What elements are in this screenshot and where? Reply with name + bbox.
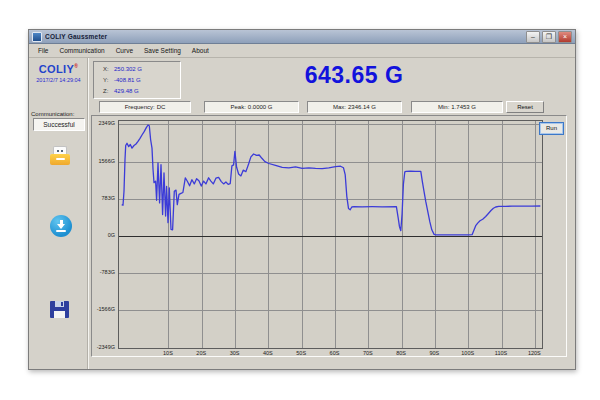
y-tick-label: -783G: [92, 269, 115, 276]
usb-connect-button[interactable]: [47, 143, 73, 167]
datetime-label: 2017/2/7 14:29:04: [30, 77, 87, 83]
menu-save-setting[interactable]: Save Setting: [144, 47, 181, 54]
frequency-label: Frequency:: [125, 102, 155, 112]
x-reading: X: 250.302 G: [103, 64, 180, 75]
save-icon: [50, 301, 69, 318]
menu-communication[interactable]: Communication: [59, 47, 104, 54]
y-value: -408.81 G: [114, 75, 141, 86]
x-tick-label: 110S: [490, 350, 512, 357]
y-tick-label: -1566G: [92, 306, 115, 313]
save-data-button[interactable]: [48, 299, 70, 319]
menu-about[interactable]: About: [192, 47, 209, 54]
sidebar-divider: [87, 58, 89, 369]
peak-field: Peak: 0.0000 G: [204, 101, 299, 113]
y-tick-label: 0G: [92, 232, 115, 239]
menubar: File Communication Curve Save Setting Ab…: [29, 44, 575, 58]
close-button[interactable]: ×: [558, 31, 572, 43]
registered-mark: ®: [74, 63, 78, 69]
titlebar[interactable]: COLIY Gaussmeter – ❐ ×: [29, 30, 575, 44]
x-label: X:: [103, 64, 109, 75]
z-label: Z:: [103, 86, 109, 97]
field-line-chart: [119, 121, 542, 348]
x-tick-label: 120S: [523, 350, 545, 357]
y-tick-label: 783G: [92, 195, 115, 202]
y-tick-label: 1566G: [92, 158, 115, 165]
peak-label: Peak:: [230, 102, 245, 112]
communication-label: Communication:: [31, 111, 74, 117]
x-tick-label: 30S: [224, 350, 246, 357]
z-value: 429.48 G: [114, 86, 139, 97]
reset-button[interactable]: Reset: [506, 101, 544, 113]
communication-status-badge: Successful: [33, 118, 85, 131]
x-tick-label: 50S: [290, 350, 312, 357]
minimize-button[interactable]: –: [526, 31, 540, 43]
min-label: Min:: [438, 102, 449, 112]
max-field: Max: 2346.14 G: [307, 101, 402, 113]
max-label: Max:: [333, 102, 346, 112]
window-title: COLIY Gaussmeter: [45, 33, 523, 40]
download-data-button[interactable]: [49, 214, 73, 238]
x-tick-label: 10S: [157, 350, 179, 357]
y-label: Y:: [103, 75, 109, 86]
menu-curve[interactable]: Curve: [116, 47, 133, 54]
peak-value: 0.0000 G: [248, 102, 273, 112]
max-value: 2346.14 G: [348, 102, 376, 112]
frequency-value: DC: [157, 102, 166, 112]
x-tick-label: 60S: [323, 350, 345, 357]
chart-panel: 2349G1566G783G0G-783G-1566G-2349G10S20S3…: [91, 115, 567, 357]
x-tick-label: 70S: [357, 350, 379, 357]
download-icon: [50, 215, 72, 237]
window-controls: – ❐ ×: [526, 31, 572, 43]
app-window: COLIY Gaussmeter – ❐ × File Communicatio…: [28, 29, 576, 370]
usb-icon: [50, 146, 70, 165]
axis-readings-box: X: 250.302 G Y: -408.81 G Z: 429.48 G: [93, 61, 181, 99]
x-value: 250.302 G: [114, 64, 142, 75]
maximize-button[interactable]: ❐: [542, 31, 556, 43]
min-value: 1.7453 G: [451, 102, 476, 112]
x-tick-label: 40S: [257, 350, 279, 357]
brand-block: COLIY® 2017/2/7 14:29:04: [30, 63, 87, 83]
x-tick-label: 80S: [390, 350, 412, 357]
frequency-field: Frequency: DC: [99, 101, 191, 113]
field-curve: [122, 125, 541, 235]
z-reading: Z: 429.48 G: [103, 86, 180, 97]
chart-plot-area: [118, 120, 543, 349]
main-reading: 643.65 G: [234, 62, 474, 89]
app-icon: [32, 32, 42, 42]
x-tick-label: 90S: [423, 350, 445, 357]
x-tick-label: 20S: [190, 350, 212, 357]
menu-file[interactable]: File: [38, 47, 48, 54]
main-content: COLIY® 2017/2/7 14:29:04 Communication: …: [29, 58, 575, 369]
run-button[interactable]: Run: [539, 122, 564, 135]
y-tick-label: 2349G: [92, 120, 115, 127]
x-tick-label: 100S: [457, 350, 479, 357]
coliy-logo: COLIY®: [30, 63, 87, 75]
min-field: Min: 1.7453 G: [411, 101, 503, 113]
y-tick-label: -2349G: [92, 344, 115, 351]
y-reading: Y: -408.81 G: [103, 75, 180, 86]
